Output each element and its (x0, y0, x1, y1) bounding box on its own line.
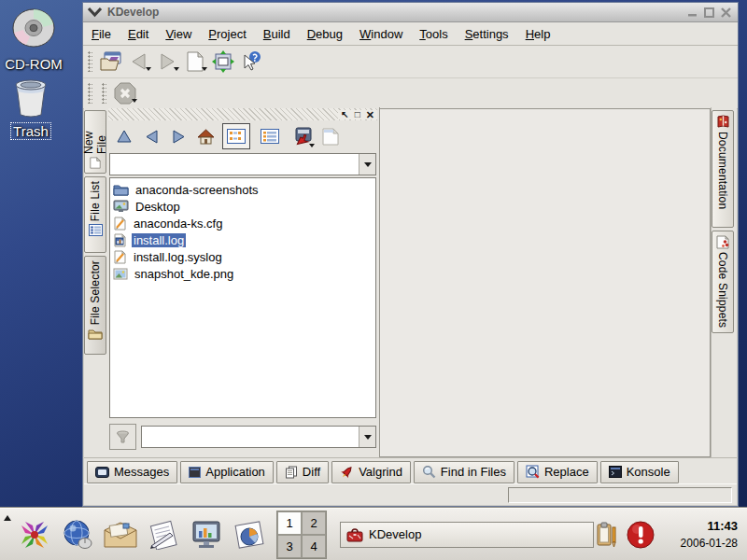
file-row[interactable]: install.log.syslog (111, 248, 374, 265)
menu-debug[interactable]: Debug (299, 24, 351, 44)
file-row[interactable]: anaconda-screenshots (111, 181, 374, 198)
dock-handle[interactable]: ↖ □ ✕ (108, 108, 377, 120)
launcher-presentation[interactable] (185, 513, 228, 556)
back-dropdown-arrow[interactable] (146, 67, 151, 74)
maximize-button[interactable] (701, 6, 716, 19)
raise-editor-button[interactable] (209, 49, 237, 75)
filter-combobox[interactable] (141, 426, 376, 448)
tab-file-list[interactable]: File List (84, 176, 106, 253)
tab-diff[interactable]: Diff (276, 461, 329, 483)
tab-documentation[interactable]: Documentation (712, 110, 734, 228)
desktop-icon-trash[interactable]: Trash (0, 77, 64, 139)
back-button[interactable] (141, 125, 162, 147)
task-button-kdevelop[interactable]: KDevelop (340, 522, 594, 548)
dock-maximize-button[interactable]: □ (352, 110, 363, 119)
pager-desktop-3[interactable]: 3 (277, 535, 302, 558)
config-file-icon (113, 250, 127, 264)
home-icon (197, 129, 215, 145)
sync-document-icon (291, 127, 312, 146)
menu-tools[interactable]: Tools (411, 24, 456, 44)
launcher-spreadsheet[interactable] (228, 513, 271, 556)
taskbar: 1 2 3 4 KDevelop 11:43 2006-01-28 (0, 508, 747, 560)
menu-file[interactable]: File (83, 24, 120, 44)
toolbar-grip[interactable] (102, 83, 106, 104)
pager-desktop-1[interactable]: 1 (277, 511, 302, 535)
right-toolview-tabs: Documentation Code Snippets (711, 107, 737, 457)
short-view-icon (227, 129, 246, 144)
menu-view[interactable]: View (157, 24, 200, 44)
file-name: Desktop (134, 200, 182, 214)
file-row[interactable]: snapshot_kde.png (111, 265, 374, 282)
tab-valgrind[interactable]: Valgrind (331, 461, 411, 483)
stop-dropdown-arrow[interactable] (132, 99, 137, 105)
whats-this-button[interactable] (237, 49, 265, 75)
filter-value[interactable] (142, 427, 359, 447)
path-combobox[interactable] (109, 153, 376, 175)
pager-desktop-4[interactable]: 4 (302, 535, 326, 558)
pager-desktop-2[interactable]: 2 (302, 511, 326, 535)
email-icon (103, 521, 138, 549)
desktop-icon-label: Trash (11, 123, 50, 139)
launcher-browser[interactable] (56, 513, 99, 556)
launcher-email[interactable] (99, 513, 142, 556)
toolbar-grip[interactable] (88, 83, 92, 104)
menu-help[interactable]: Help (517, 24, 559, 44)
dock-close-button[interactable]: ✕ (363, 110, 377, 119)
home-button[interactable] (195, 125, 216, 147)
file-list[interactable]: anaconda-screenshots Desktop (109, 177, 376, 418)
short-view-button[interactable] (222, 123, 250, 149)
file-name: anaconda-ks.cfg (132, 217, 224, 231)
tab-replace[interactable]: Replace (517, 461, 598, 483)
klipper-tray-icon[interactable] (596, 521, 618, 549)
kdevelop-window: KDevelop File Edit View Project Build De… (82, 2, 739, 507)
sync-current-document-button[interactable] (289, 125, 314, 147)
word-processor-icon (146, 520, 181, 550)
launcher-menu[interactable] (13, 513, 56, 556)
sync-dropdown-arrow[interactable] (309, 144, 315, 150)
menu-project[interactable]: Project (200, 24, 254, 44)
dock-float-button[interactable]: ↖ (338, 110, 351, 119)
minimize-button[interactable] (684, 6, 699, 19)
image-file-icon (113, 268, 128, 280)
panel-hide-button[interactable] (0, 509, 13, 560)
new-document-button[interactable] (320, 125, 341, 147)
launcher-writer[interactable] (142, 513, 185, 556)
tab-find-in-files[interactable]: Find in Files (414, 461, 514, 483)
filter-button[interactable] (109, 424, 136, 450)
menu-edit[interactable]: Edit (120, 24, 157, 44)
tab-messages[interactable]: Messages (87, 461, 177, 483)
menu-build[interactable]: Build (255, 24, 299, 44)
editor-area[interactable] (380, 108, 711, 457)
file-row[interactable]: Desktop (111, 198, 374, 215)
desktop-icon-cdrom[interactable]: CD-ROM (0, 7, 67, 72)
file-row[interactable]: anaconda-ks.cfg (111, 215, 374, 231)
new-file-button[interactable] (181, 49, 209, 75)
path-dropdown-button[interactable] (359, 154, 375, 175)
clock[interactable]: 11:43 2006-01-28 (659, 519, 738, 550)
tab-new-file[interactable]: New File (84, 110, 106, 174)
up-button[interactable] (114, 125, 134, 147)
menu-settings[interactable]: Settings (457, 24, 517, 44)
alert-tray-icon[interactable] (626, 520, 655, 550)
tab-code-snippets[interactable]: Code Snippets (712, 231, 734, 333)
titlebar[interactable]: KDevelop (83, 3, 738, 22)
filter-dropdown-button[interactable] (359, 427, 375, 447)
close-button[interactable] (718, 6, 733, 19)
open-project-button[interactable] (97, 49, 125, 75)
tab-konsole[interactable]: Konsole (600, 461, 679, 483)
file-row-selected[interactable]: install.log (111, 231, 374, 248)
detail-view-icon (261, 129, 279, 144)
diff-tab-icon (285, 466, 298, 479)
back-button[interactable] (125, 49, 153, 75)
forward-button[interactable] (153, 49, 181, 75)
stop-button[interactable] (111, 80, 139, 106)
tab-file-selector[interactable]: File Selector (84, 256, 106, 355)
tab-application[interactable]: Application (180, 461, 274, 483)
toolbar-grip[interactable] (88, 51, 92, 72)
detail-view-button[interactable] (257, 124, 283, 148)
forward-dropdown-arrow[interactable] (174, 67, 179, 74)
forward-button[interactable] (168, 125, 189, 147)
path-value[interactable] (110, 154, 359, 175)
menu-window[interactable]: Window (351, 24, 411, 44)
new-file-dropdown-arrow[interactable] (202, 67, 207, 74)
